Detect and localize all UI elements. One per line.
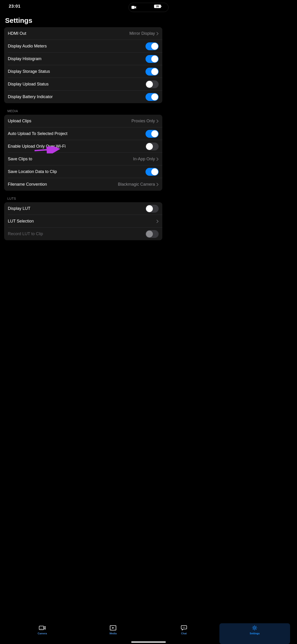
upload-status-label: Display Upload Status xyxy=(8,82,146,86)
filename-row[interactable]: Filename Convention Blackmagic Camera xyxy=(4,178,162,191)
settings-content: HDMI Out Mirror Display Display Audio Me… xyxy=(0,27,166,240)
location-data-row: Save Location Data to Clip xyxy=(4,166,162,178)
chevron-right-icon xyxy=(156,157,159,161)
histogram-label: Display Histogram xyxy=(8,56,146,61)
battery-indicator-toggle[interactable] xyxy=(146,93,159,101)
record-lut-row: Record LUT to Clip xyxy=(4,228,162,240)
save-clips-row[interactable]: Save Clips to In-App Only xyxy=(4,153,162,166)
display-lut-row: Display LUT xyxy=(4,202,162,215)
status-time: 23:01 xyxy=(9,4,20,9)
hdmi-out-value: Mirror Display xyxy=(130,31,155,36)
luts-settings-group: Display LUT LUT Selection Record LUT to … xyxy=(4,202,162,240)
auto-upload-toggle[interactable] xyxy=(146,130,159,138)
location-data-label: Save Location Data to Clip xyxy=(8,169,146,174)
audio-meters-label: Display Audio Meters xyxy=(8,44,146,48)
storage-status-row: Display Storage Status xyxy=(4,65,162,78)
save-clips-label: Save Clips to xyxy=(8,156,133,162)
upload-clips-row[interactable]: Upload Clips Proxies Only xyxy=(4,115,162,127)
luts-section-header: LUTS xyxy=(4,191,162,202)
display-settings-group: HDMI Out Mirror Display Display Audio Me… xyxy=(4,27,162,103)
media-settings-group: Upload Clips Proxies Only Auto Upload To… xyxy=(4,115,162,191)
chevron-right-icon xyxy=(156,32,159,36)
page-title: Settings xyxy=(0,12,166,27)
svg-rect-0 xyxy=(132,6,135,9)
wifi-only-toggle[interactable] xyxy=(146,142,159,150)
audio-meters-row: Display Audio Meters xyxy=(4,40,162,52)
hdmi-out-row[interactable]: HDMI Out Mirror Display xyxy=(4,27,162,40)
status-bar: 23:01 26 xyxy=(0,0,166,12)
save-clips-value: In-App Only xyxy=(133,156,155,162)
record-lut-label: Record LUT to Clip xyxy=(8,232,146,236)
upload-clips-label: Upload Clips xyxy=(8,118,132,124)
storage-status-label: Display Storage Status xyxy=(8,69,146,74)
auto-upload-row: Auto Upload To Selected Project xyxy=(4,127,162,140)
chevron-right-icon xyxy=(156,220,159,223)
filename-value: Blackmagic Camera xyxy=(118,182,155,187)
camera-recording-icon xyxy=(132,6,136,9)
histogram-row: Display Histogram xyxy=(4,52,162,65)
media-section-header: MEDIA xyxy=(4,103,162,115)
location-data-toggle[interactable] xyxy=(146,168,159,176)
battery-indicator: 26 xyxy=(154,4,161,8)
filename-label: Filename Convention xyxy=(8,182,118,187)
hdmi-out-label: HDMI Out xyxy=(8,31,130,36)
battery-indicator-label: Display Battery Indicator xyxy=(8,94,146,99)
upload-status-row: Display Upload Status xyxy=(4,78,162,90)
chevron-right-icon xyxy=(156,183,159,186)
upload-clips-value: Proxies Only xyxy=(132,118,155,124)
chevron-right-icon xyxy=(156,119,159,123)
wifi-only-label: Enable Upload Only Over Wi-Fi xyxy=(8,144,146,149)
histogram-toggle[interactable] xyxy=(146,55,159,63)
auto-upload-label: Auto Upload To Selected Project xyxy=(8,131,146,136)
audio-meters-toggle[interactable] xyxy=(146,42,159,50)
upload-status-toggle[interactable] xyxy=(146,80,159,88)
record-lut-toggle xyxy=(146,230,159,238)
battery-indicator-row: Display Battery Indicator xyxy=(4,90,162,103)
wifi-only-row: Enable Upload Only Over Wi-Fi xyxy=(4,140,162,153)
lut-selection-row[interactable]: LUT Selection xyxy=(4,215,162,228)
storage-status-toggle[interactable] xyxy=(146,68,159,76)
display-lut-label: Display LUT xyxy=(8,206,146,211)
lut-selection-label: LUT Selection xyxy=(8,219,156,224)
display-lut-toggle[interactable] xyxy=(146,205,159,212)
